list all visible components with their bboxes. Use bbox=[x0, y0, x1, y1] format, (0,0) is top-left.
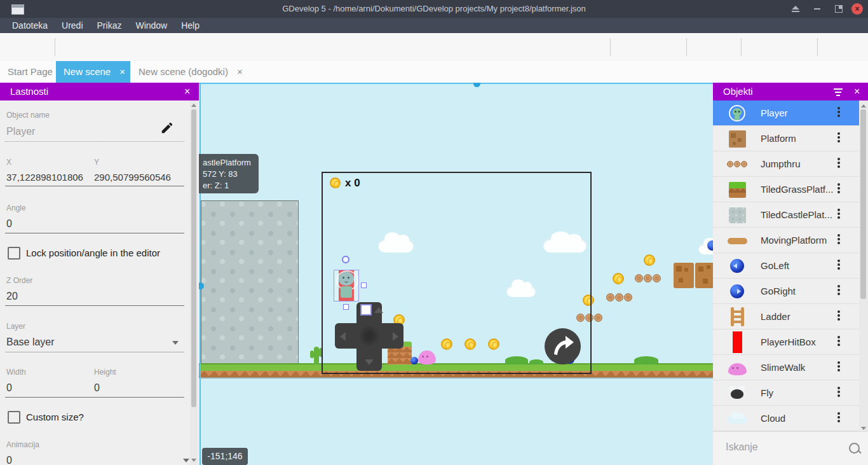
object-row-player[interactable]: Player bbox=[713, 101, 859, 126]
kebab-menu-icon[interactable] bbox=[834, 131, 844, 146]
tab-label: New scene (dogodki) bbox=[139, 66, 228, 77]
search-input[interactable] bbox=[724, 441, 835, 454]
object-row-cloud[interactable]: Cloud bbox=[713, 406, 859, 431]
lock-position-checkbox[interactable] bbox=[8, 247, 20, 260]
coin-sprite[interactable] bbox=[613, 273, 624, 284]
z-order-field[interactable]: 20 bbox=[6, 291, 18, 302]
kebab-menu-icon[interactable] bbox=[834, 258, 844, 274]
object-row-ladder[interactable]: Ladder bbox=[713, 304, 859, 330]
minimize-icon[interactable] bbox=[814, 8, 820, 10]
shade-window-icon[interactable] bbox=[792, 6, 799, 10]
selection-rotate-handle[interactable] bbox=[342, 256, 349, 263]
tab-close-icon[interactable]: × bbox=[237, 66, 243, 77]
scene-resize-handle-top[interactable] bbox=[473, 83, 480, 87]
tab-label: Start Page bbox=[8, 66, 53, 77]
scroll-up-icon[interactable] bbox=[861, 104, 866, 108]
jumpthru-sprite[interactable] bbox=[606, 293, 632, 302]
coin-sprite[interactable] bbox=[644, 254, 655, 266]
tab-new-scene-events[interactable]: New scene (dogodki)× bbox=[136, 61, 245, 83]
menu-prikaz[interactable]: Prikaz bbox=[90, 18, 129, 33]
dpad-selection-square[interactable] bbox=[360, 304, 372, 316]
object-row-slimewalk[interactable]: SlimeWalk bbox=[713, 355, 859, 380]
width-field[interactable]: 0 bbox=[6, 382, 12, 394]
object-row-playerhitbox[interactable]: PlayerHitBox bbox=[713, 330, 859, 355]
scene-canvas[interactable]: x 0 bbox=[199, 83, 713, 465]
object-row-platform[interactable]: Platform bbox=[713, 126, 859, 151]
chevron-down-icon[interactable] bbox=[172, 341, 179, 345]
scroll-down-icon[interactable] bbox=[191, 459, 196, 462]
close-window-icon[interactable]: × bbox=[851, 3, 863, 15]
brick-platform-sprite[interactable] bbox=[674, 263, 694, 288]
tab-close-icon[interactable]: × bbox=[119, 66, 125, 77]
search-icon[interactable] bbox=[849, 443, 860, 454]
cactus-sprite[interactable] bbox=[314, 347, 319, 364]
object-row-tiledcastle[interactable]: TiledCastlePlat... bbox=[713, 202, 859, 228]
tooltip-line: 572 Y: 83 bbox=[203, 169, 255, 180]
dpad-control-sprite[interactable] bbox=[335, 302, 403, 371]
dpad-up-arrow-icon bbox=[374, 307, 383, 313]
menu-uredi[interactable]: Uredi bbox=[55, 18, 90, 33]
kebab-menu-icon[interactable] bbox=[834, 156, 844, 172]
animation-select[interactable]: 0 bbox=[6, 455, 12, 465]
menu-window[interactable]: Window bbox=[128, 18, 174, 33]
kebab-menu-icon[interactable] bbox=[834, 106, 844, 121]
close-panel-icon[interactable]: × bbox=[184, 83, 190, 101]
ladder-icon bbox=[726, 304, 749, 330]
object-name-field[interactable]: Player bbox=[6, 126, 35, 137]
go-sphere-sprite[interactable] bbox=[707, 240, 713, 251]
menu-datoteka[interactable]: Datoteka bbox=[5, 18, 55, 33]
scene-window-border-left[interactable] bbox=[200, 83, 201, 465]
object-tooltip: astlePlatform 572 Y: 83 er: Z: 1 bbox=[199, 154, 259, 193]
custom-size-checkbox[interactable] bbox=[8, 411, 20, 424]
bush-sprite[interactable] bbox=[634, 356, 658, 364]
scroll-up-icon[interactable] bbox=[191, 104, 196, 107]
z-order-label: Z Order bbox=[6, 276, 32, 285]
height-field[interactable]: 0 bbox=[94, 382, 100, 394]
brick-platform-sprite[interactable] bbox=[695, 263, 713, 288]
kebab-menu-icon[interactable] bbox=[834, 385, 844, 401]
menu-bar: Datoteka Uredi Prikaz Window Help bbox=[0, 18, 868, 33]
object-row-jumpthru[interactable]: Jumpthru bbox=[713, 151, 859, 177]
kebab-menu-icon[interactable] bbox=[834, 335, 844, 350]
x-field[interactable]: 37,122898101806 bbox=[6, 172, 83, 183]
kebab-menu-icon[interactable] bbox=[834, 284, 844, 299]
layer-select[interactable]: Base layer bbox=[6, 337, 55, 348]
y-field[interactable]: 290,50799560546 bbox=[94, 172, 171, 183]
object-row-goright[interactable]: GoRight bbox=[713, 279, 859, 304]
kebab-menu-icon[interactable] bbox=[834, 207, 844, 223]
kebab-menu-icon[interactable] bbox=[834, 309, 844, 324]
chevron-down-icon[interactable] bbox=[183, 459, 189, 462]
tab-start-page[interactable]: Start Page bbox=[5, 61, 55, 83]
object-row-movingplatform[interactable]: MovingPlatform bbox=[713, 228, 859, 253]
jump-button-sprite[interactable] bbox=[545, 328, 581, 364]
object-row-fly[interactable]: Fly bbox=[713, 380, 859, 406]
angle-field[interactable]: 0 bbox=[6, 218, 12, 230]
objects-panel-title: Objekti bbox=[723, 86, 753, 97]
kebab-menu-icon[interactable] bbox=[834, 411, 844, 426]
castle-platform-sprite[interactable] bbox=[201, 200, 299, 364]
x-label: X bbox=[6, 158, 11, 167]
object-label: Cloud bbox=[761, 406, 785, 431]
close-panel-icon[interactable]: × bbox=[854, 83, 860, 101]
filter-icon[interactable] bbox=[832, 87, 844, 96]
kebab-menu-icon[interactable] bbox=[834, 233, 844, 248]
tab-new-scene[interactable]: New scene× bbox=[56, 61, 130, 83]
jumpthru-sprite[interactable] bbox=[635, 274, 661, 282]
scrollbar-thumb[interactable] bbox=[191, 109, 196, 407]
moving-platform-icon bbox=[726, 228, 749, 253]
player-body bbox=[341, 286, 352, 298]
fly-icon bbox=[726, 380, 749, 406]
kebab-menu-icon[interactable] bbox=[834, 360, 844, 375]
menu-help[interactable]: Help bbox=[174, 18, 207, 33]
edit-name-pencil-icon[interactable] bbox=[160, 121, 174, 137]
object-label: TiledGrassPlatf... bbox=[761, 177, 833, 202]
object-row-goleft[interactable]: GoLeft bbox=[713, 253, 859, 279]
object-row-tiledgrass[interactable]: TiledGrassPlatf... bbox=[713, 177, 859, 202]
scrollbar-thumb[interactable] bbox=[860, 109, 866, 299]
maximize-icon[interactable] bbox=[835, 5, 843, 13]
scene-window-border-top[interactable] bbox=[199, 83, 713, 84]
selection-handle[interactable] bbox=[361, 282, 367, 288]
kebab-menu-icon[interactable] bbox=[834, 182, 844, 197]
scene-window-border-bottom[interactable] bbox=[199, 377, 713, 378]
scroll-down-icon[interactable] bbox=[861, 427, 866, 430]
